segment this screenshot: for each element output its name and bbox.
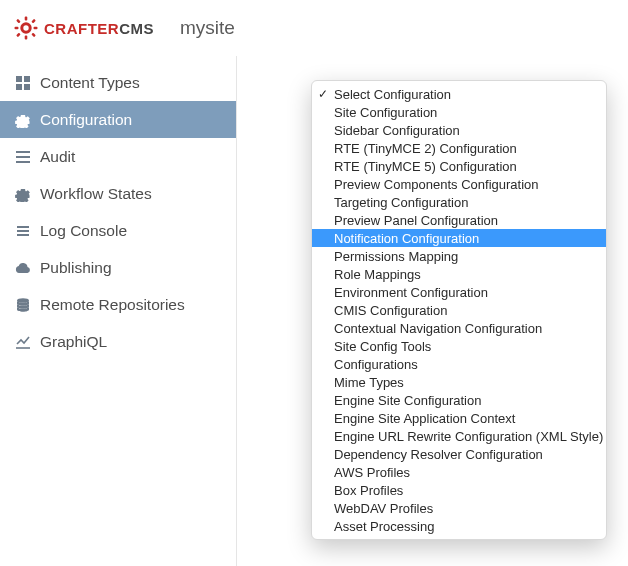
dropdown-option[interactable]: CMIS Configuration — [312, 301, 606, 319]
dropdown-option[interactable]: Select Configuration — [312, 85, 606, 103]
sidebar-item-label: Configuration — [40, 111, 132, 129]
sidebar-item-graphiql[interactable]: GraphiQL — [0, 323, 236, 360]
svg-rect-8 — [31, 19, 36, 24]
svg-point-0 — [22, 24, 30, 32]
dropdown-option[interactable]: Asset Processing — [312, 517, 606, 535]
svg-rect-10 — [24, 76, 30, 82]
svg-rect-18 — [17, 234, 29, 236]
dropdown-option[interactable]: Engine Site Application Context — [312, 409, 606, 427]
dropdown-option[interactable]: Sidebar Configuration — [312, 121, 606, 139]
list-icon — [14, 149, 32, 165]
svg-rect-14 — [16, 156, 30, 158]
sidebar-item-log-console[interactable]: Log Console — [0, 212, 236, 249]
sidebar-item-content-types[interactable]: Content Types — [0, 64, 236, 101]
dropdown-option[interactable]: Dependency Resolver Configuration — [312, 445, 606, 463]
svg-rect-1 — [25, 17, 28, 21]
svg-rect-7 — [16, 33, 21, 38]
sidebar-item-configuration[interactable]: Configuration — [0, 101, 236, 138]
dropdown-option[interactable]: WebDAV Profiles — [312, 499, 606, 517]
svg-rect-11 — [16, 84, 22, 90]
dropdown-option[interactable]: AWS Profiles — [312, 463, 606, 481]
dropdown-option[interactable]: Permissions Mapping — [312, 247, 606, 265]
sidebar-item-audit[interactable]: Audit — [0, 138, 236, 175]
sidebar-item-label: Content Types — [40, 74, 140, 92]
gear-icon — [14, 112, 32, 128]
svg-rect-16 — [17, 226, 29, 228]
sidebar-item-label: Publishing — [40, 259, 112, 277]
svg-rect-15 — [16, 161, 30, 163]
dropdown-option[interactable]: Targeting Configuration — [312, 193, 606, 211]
sidebar-item-label: GraphiQL — [40, 333, 107, 351]
cloud-icon — [14, 260, 32, 276]
svg-rect-2 — [25, 36, 28, 40]
sidebar-item-label: Audit — [40, 148, 75, 166]
logo[interactable]: CRAFTERCMS — [14, 16, 154, 40]
app-root: CRAFTERCMS mysite Content Types Configur… — [0, 0, 628, 566]
dropdown-option[interactable]: Contextual Navigation Configuration — [312, 319, 606, 337]
dropdown-option[interactable]: RTE (TinyMCE 5) Configuration — [312, 157, 606, 175]
dropdown-option[interactable]: Notification Configuration — [312, 229, 606, 247]
sidebar-item-workflow-states[interactable]: Workflow States — [0, 175, 236, 212]
svg-rect-4 — [34, 27, 38, 30]
dropdown-option[interactable]: Site Configuration — [312, 103, 606, 121]
bars-icon — [14, 223, 32, 239]
dropdown-option[interactable]: RTE (TinyMCE 2) Configuration — [312, 139, 606, 157]
sidebar: Content Types Configuration Audit Workfl… — [0, 56, 237, 566]
svg-rect-13 — [16, 151, 30, 153]
logo-text: CRAFTERCMS — [44, 20, 154, 37]
dropdown-option[interactable]: Box Profiles — [312, 481, 606, 499]
dropdown-option[interactable]: Site Config Tools — [312, 337, 606, 355]
database-icon — [14, 297, 32, 313]
content-area: Select ConfigurationSite ConfigurationSi… — [237, 56, 628, 566]
header: CRAFTERCMS mysite — [0, 0, 628, 56]
gear-icon — [14, 186, 32, 202]
sidebar-item-label: Workflow States — [40, 185, 152, 203]
svg-rect-9 — [16, 76, 22, 82]
dropdown-option[interactable]: Preview Components Configuration — [312, 175, 606, 193]
grid-icon — [14, 75, 32, 91]
dropdown-option[interactable]: Engine Site Configuration — [312, 391, 606, 409]
svg-rect-6 — [31, 33, 36, 38]
sidebar-item-publishing[interactable]: Publishing — [0, 249, 236, 286]
svg-rect-12 — [24, 84, 30, 90]
dropdown-option[interactable]: Role Mappings — [312, 265, 606, 283]
body: Content Types Configuration Audit Workfl… — [0, 56, 628, 566]
site-name: mysite — [180, 17, 235, 39]
dropdown-option[interactable]: Mime Types — [312, 373, 606, 391]
configuration-dropdown[interactable]: Select ConfigurationSite ConfigurationSi… — [311, 80, 607, 540]
dropdown-option[interactable]: Engine URL Rewrite Configuration (XML St… — [312, 427, 606, 445]
chart-icon — [14, 334, 32, 350]
svg-rect-5 — [16, 19, 21, 24]
gear-icon — [14, 16, 38, 40]
svg-rect-3 — [15, 27, 19, 30]
dropdown-option[interactable]: Environment Configuration — [312, 283, 606, 301]
sidebar-item-label: Remote Repositories — [40, 296, 185, 314]
dropdown-option[interactable]: Preview Panel Configuration — [312, 211, 606, 229]
sidebar-item-label: Log Console — [40, 222, 127, 240]
svg-point-19 — [17, 298, 29, 303]
dropdown-option[interactable]: Configurations — [312, 355, 606, 373]
sidebar-item-remote-repositories[interactable]: Remote Repositories — [0, 286, 236, 323]
svg-rect-17 — [17, 230, 29, 232]
